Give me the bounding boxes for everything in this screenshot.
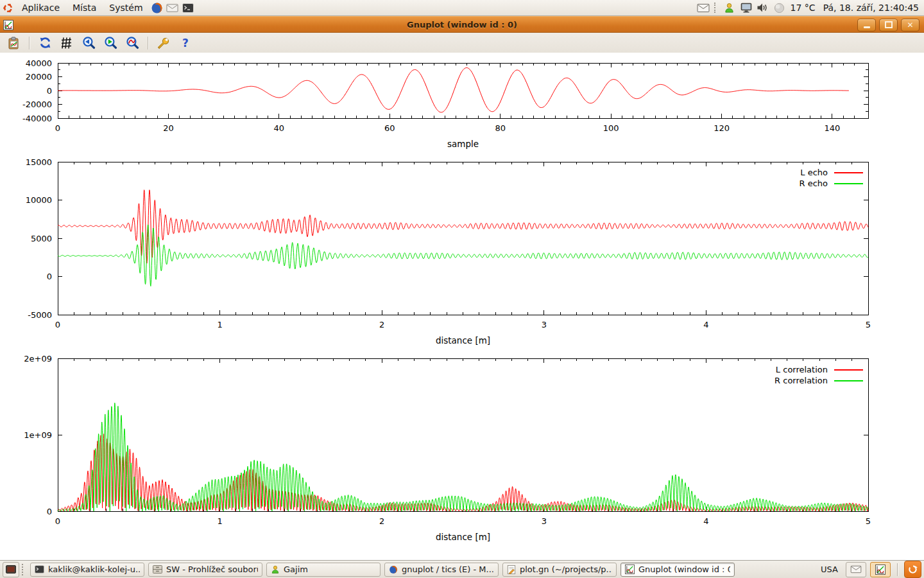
task-label: Gajim — [284, 565, 308, 574]
task-text-editor[interactable]: plot.gn (~/projects/p... — [502, 563, 617, 577]
volume-icon[interactable] — [756, 1, 770, 15]
grid-button[interactable] — [58, 35, 75, 51]
gnuplot-window: Gnuplot (window id : 0) ✕ — [0, 16, 924, 560]
menu-system-label: Systém — [109, 3, 142, 13]
top-panel: Aplikace Místa Systém — [0, 0, 924, 16]
x-tick-label: 140 — [825, 123, 841, 133]
x-axis-label: distance [m] — [436, 335, 490, 346]
x-tick-label: 4 — [703, 320, 708, 329]
wrench-icon — [157, 36, 171, 49]
display-tray-icon[interactable] — [739, 1, 753, 15]
echo-legend: L echo R echo — [799, 167, 863, 189]
y-tick-label: 0 — [47, 507, 52, 516]
y-tick-label: 5000 — [31, 234, 52, 243]
autoscale-button[interactable] — [124, 35, 141, 51]
x-tick-label: 0 — [55, 516, 60, 526]
plot-frame — [58, 358, 868, 511]
y-tick-label: 20000 — [26, 72, 52, 82]
gajim-tray-icon[interactable] — [723, 1, 737, 15]
text-editor-icon — [507, 565, 516, 574]
y-tick-label: 1e+09 — [24, 430, 52, 440]
help-button[interactable]: ? — [177, 35, 194, 51]
firefox-launcher[interactable] — [150, 0, 165, 15]
menu-applications[interactable]: Aplikace — [15, 0, 66, 15]
legend-entry: R correlation — [774, 375, 863, 386]
terminal-icon — [182, 3, 194, 13]
taskbar-drag-handle[interactable] — [22, 564, 26, 575]
mail-icon — [850, 565, 862, 574]
mail-launcher[interactable] — [165, 0, 180, 15]
chart-correlation: 01234501e+092e+09distance [m] — [24, 354, 871, 543]
legend-entry: L correlation — [776, 364, 863, 375]
replot-button[interactable] — [37, 35, 53, 51]
gnuplot-icon — [625, 565, 635, 574]
menu-places[interactable]: Místa — [66, 0, 103, 15]
series-signal — [58, 68, 849, 112]
maximize-button[interactable] — [879, 19, 898, 31]
toolbar-separator — [148, 37, 148, 49]
correlation-legend: L correlation R correlation — [774, 364, 863, 386]
x-tick-label: 5 — [866, 516, 871, 526]
weather-icon[interactable] — [773, 1, 787, 15]
minimize-button[interactable] — [857, 19, 876, 31]
task-firefox[interactable]: gnuplot / tics (E) - M... — [384, 563, 499, 577]
x-tick-label: 2 — [379, 516, 384, 526]
gnuplot-plots: 020406080100120140-40000-200000200004000… — [0, 53, 924, 560]
firefox-icon — [389, 565, 398, 574]
trash-button[interactable] — [904, 561, 921, 578]
close-button[interactable]: ✕ — [901, 19, 920, 31]
tray-gnuplot-button[interactable] — [870, 562, 891, 577]
legend-line-sample — [834, 172, 863, 173]
zoom-next-button[interactable] — [102, 35, 119, 51]
zoom-previous-icon — [82, 36, 96, 49]
x-tick-label: 1 — [217, 516, 222, 526]
task-label: gnuplot / tics (E) - M... — [402, 565, 494, 574]
x-axis-label: distance [m] — [436, 532, 490, 542]
zoom-previous-button[interactable] — [80, 35, 97, 51]
task-gajim[interactable]: Gajim — [266, 563, 381, 577]
ubuntu-logo-icon[interactable] — [0, 0, 15, 15]
task-gnuplot[interactable]: Gnuplot (window id : 0) — [620, 563, 735, 577]
chart-echo: 012345-5000050001000015000distance [m] — [26, 157, 871, 346]
x-tick-label: 40 — [274, 123, 285, 133]
gnuplot-icon — [875, 565, 886, 575]
toolbar-separator — [29, 37, 30, 49]
terminal-launcher[interactable] — [180, 0, 196, 15]
x-tick-label: 3 — [542, 516, 547, 526]
clock[interactable]: Pá, 18. září, 21:40:45 — [818, 3, 919, 13]
tray-mail-button[interactable] — [846, 562, 866, 577]
x-tick-label: 0 — [55, 320, 60, 329]
task-file-manager[interactable]: SW - Prohlížeč souborů — [148, 563, 262, 577]
window-controls: ✕ — [857, 19, 924, 31]
x-tick-label: 100 — [603, 123, 619, 133]
window-titlebar[interactable]: Gnuplot (window id : 0) ✕ — [0, 17, 924, 33]
keyboard-layout-indicator[interactable]: USA — [817, 565, 842, 574]
temperature-label[interactable]: 17 °C — [789, 3, 816, 13]
settings-button[interactable] — [155, 35, 172, 51]
legend-label: L correlation — [776, 365, 828, 374]
panel-drag-handle[interactable] — [714, 3, 719, 13]
menu-applications-label: Aplikace — [22, 3, 60, 13]
x-tick-label: 120 — [714, 123, 730, 133]
mail-notifier-icon[interactable] — [696, 1, 710, 15]
window-title: Gnuplot (window id : 0) — [0, 20, 924, 30]
firefox-icon — [151, 2, 163, 14]
copy-to-clipboard-button[interactable] — [5, 35, 22, 51]
desktop: Aplikace Místa Systém — [0, 0, 924, 578]
x-tick-label: 80 — [495, 123, 506, 133]
y-tick-label: 40000 — [26, 58, 52, 68]
plot-canvas[interactable]: 020406080100120140-40000-200000200004000… — [0, 53, 924, 560]
legend-line-sample — [834, 380, 863, 381]
zoom-next-icon — [104, 36, 117, 49]
chart-sample-waveform: 020406080100120140-40000-200000200004000… — [22, 58, 868, 150]
menu-system[interactable]: Systém — [103, 0, 149, 15]
taskbar: kaklik@kaklik-kolej-u... SW - Prohlížeč … — [0, 560, 924, 578]
task-label: Gnuplot (window id : 0) — [638, 565, 730, 574]
menu-places-label: Místa — [73, 3, 96, 13]
show-desktop-button[interactable] — [3, 562, 19, 577]
y-tick-label: -40000 — [22, 114, 52, 123]
series-r-correlation — [58, 403, 868, 511]
task-terminal[interactable]: kaklik@kaklik-kolej-u... — [30, 563, 144, 577]
taskbar-right: USA — [817, 561, 921, 578]
trash-icon — [907, 564, 918, 575]
